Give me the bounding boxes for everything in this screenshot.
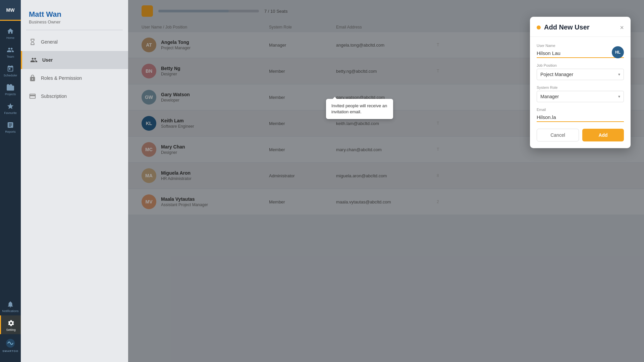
settings-panel: Matt Wan Business Owner General User Rol… (21, 0, 128, 362)
modal-systemrole-value: Manager (540, 94, 559, 99)
settings-user-role: Business Owner (29, 19, 120, 24)
scheduler-icon (7, 65, 14, 72)
settings-menu-subscription-label: Subscription (41, 94, 67, 99)
modal-jobposition-field: Job Position Poject Manager ▾ (537, 63, 624, 80)
general-icon (29, 38, 36, 46)
modal-jobposition-value: Poject Manager (540, 72, 573, 77)
modal-footer: Cancel Add (530, 129, 631, 148)
smartoo-logo-icon (5, 338, 15, 348)
sidebar-item-scheduler-label: Scheduler (4, 74, 17, 77)
modal-systemrole-label: System Role (537, 85, 624, 89)
sidebar-bottom: Notifications Setting SMARTOO (0, 297, 21, 362)
modal-systemrole-field: System Role Manager ▾ (537, 85, 624, 102)
settings-menu-roles-label: Roles & Permission (41, 75, 82, 81)
sidebar-item-home[interactable]: Home (0, 23, 21, 42)
modal-username-label: User Name (537, 44, 624, 48)
modal-header: Add New User × (530, 17, 631, 37)
modal-jobposition-select[interactable]: Poject Manager ▾ (537, 69, 624, 80)
modal-title: Add New User (544, 23, 590, 31)
modal-email-field: Email (537, 108, 624, 122)
sidebar-item-projects-label: Projects (5, 93, 16, 96)
modal-systemrole-select[interactable]: Manager ▾ (537, 91, 624, 102)
add-user-modal: Add New User × User Name HL Job Position… (530, 17, 631, 148)
modal-jobposition-chevron: ▾ (618, 72, 620, 77)
modal-dot (537, 25, 541, 29)
modal-email-input[interactable] (537, 113, 624, 122)
settings-menu-item-roles[interactable]: Roles & Permission (21, 69, 128, 87)
sidebar-item-reports-label: Reports (5, 130, 16, 133)
team-icon (7, 46, 14, 54)
modal-body: User Name HL Job Position Poject Manager… (530, 37, 631, 129)
sidebar-nav: Home Team Scheduler Projects Favourite R… (0, 21, 21, 297)
settings-menu-general-label: General (41, 39, 58, 45)
notifications-icon (7, 301, 14, 308)
reports-icon (7, 121, 14, 129)
settings-menu-item-subscription[interactable]: Subscription (21, 87, 128, 105)
sidebar-item-notifications[interactable]: Notifications (0, 297, 21, 315)
sidebar-item-home-label: Home (6, 36, 14, 40)
sidebar-item-scheduler[interactable]: Scheduler (0, 61, 21, 80)
settings-user-name: Matt Wan (29, 10, 120, 19)
settings-menu-user-label: User (42, 57, 53, 63)
tooltip-text: Invited people will receive an invitatio… (331, 103, 387, 114)
user-group-icon (30, 56, 38, 64)
sidebar-setting-label: Setting (6, 328, 15, 331)
sidebar-notifications-label: Notifications (2, 309, 18, 313)
add-button[interactable]: Add (582, 129, 624, 141)
settings-menu-item-general[interactable]: General (21, 33, 128, 51)
modal-username-input[interactable] (537, 49, 624, 58)
smartoo-logo[interactable]: SMARTOO (2, 334, 18, 357)
roles-icon (29, 74, 36, 82)
setting-icon (7, 319, 15, 327)
settings-header: Matt Wan Business Owner (21, 0, 128, 30)
modal-title-row: Add New User (537, 23, 590, 31)
modal-jobposition-label: Job Position (537, 63, 624, 67)
projects-icon (7, 84, 14, 91)
main-content: 7 / 10 Seats User Name / Job Position Sy… (128, 0, 644, 362)
modal-username-field: User Name HL (537, 44, 624, 58)
sidebar-item-favourite[interactable]: Favourite (0, 99, 21, 117)
new-user-avatar: HL (612, 46, 624, 58)
smartoo-logo-text: SMARTOO (2, 350, 18, 353)
modal-email-label: Email (537, 108, 624, 112)
modal-systemrole-chevron: ▾ (618, 94, 620, 99)
modal-close-button[interactable]: × (620, 24, 624, 31)
sidebar-item-team-label: Team (7, 55, 14, 58)
settings-menu-item-user[interactable]: User (21, 51, 128, 69)
cancel-button[interactable]: Cancel (537, 129, 579, 141)
sidebar: MW Home Team Scheduler Projects Favourit… (0, 0, 21, 362)
sidebar-item-reports[interactable]: Reports (0, 117, 21, 136)
home-icon (7, 27, 14, 35)
sidebar-item-projects[interactable]: Projects (0, 80, 21, 99)
sidebar-item-favourite-label: Favourite (4, 111, 17, 115)
subscription-icon (29, 93, 36, 100)
user-avatar-initials[interactable]: MW (0, 0, 21, 21)
favourite-icon (7, 103, 14, 110)
settings-menu: General User Roles & Permission Subscrip… (21, 30, 128, 108)
sidebar-item-team[interactable]: Team (0, 42, 21, 61)
invitation-tooltip: Invited people will receive an invitatio… (326, 99, 393, 119)
sidebar-item-setting[interactable]: Setting (0, 315, 21, 334)
